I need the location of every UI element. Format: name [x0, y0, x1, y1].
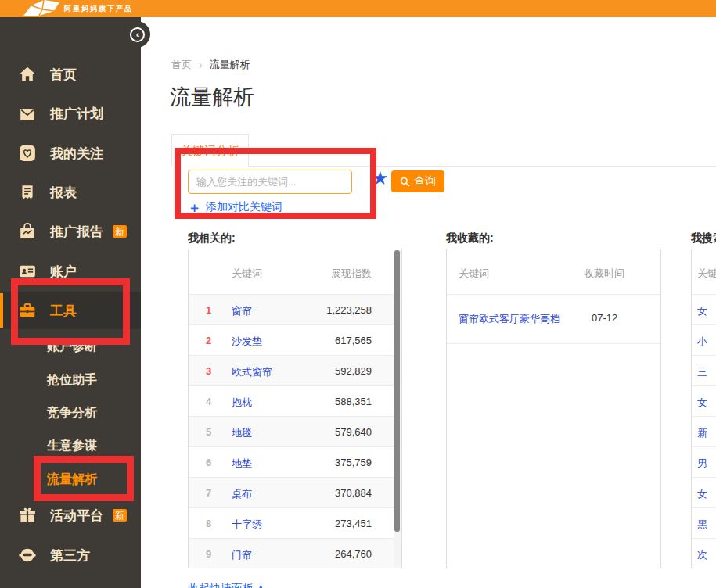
add-compare-keyword-link[interactable]: ＋ 添加对比关键词 [188, 200, 282, 214]
keyword-link[interactable]: 十字绣 [232, 518, 262, 532]
keyword-link[interactable]: 小 [697, 335, 707, 349]
sidebar-subitem-business-advisor[interactable]: 生意参谋 [47, 434, 97, 457]
keyword-link[interactable]: 女 [697, 304, 707, 318]
keyword-link[interactable]: 女 [697, 487, 707, 501]
sidebar-item-label: 账户 [50, 263, 77, 281]
table-row: 6 地垫 375,759 [189, 446, 401, 477]
gift-icon [19, 507, 36, 524]
keyword-link[interactable]: 黑 [697, 518, 707, 532]
scrollbar-thumb[interactable] [394, 250, 400, 532]
keyword-link[interactable]: 女 [697, 396, 707, 410]
table-row: 5 地毯 579,640 [189, 416, 401, 446]
favorite-star-icon[interactable]: ★ [372, 169, 389, 188]
sidebar-item-account[interactable]: 账户 [0, 253, 141, 290]
table-row: 4 抱枕 588,351 [189, 385, 401, 416]
related-keywords-table: 关键词 展现指数 1 窗帘 1,223,258 2 沙发垫 617,565 3 … [188, 249, 402, 568]
sidebar-nav: ‹ 首页 推广计划 我的关注 报表 [0, 17, 141, 588]
keyword-link[interactable]: 新 [697, 426, 707, 440]
table-row: 8 十字绣 273,451 [189, 507, 401, 538]
add-compare-keyword-label: 添加对比关键词 [206, 200, 282, 214]
table-row: 女 [692, 477, 716, 507]
rank-cell: 6 [206, 457, 211, 468]
table-row: 2 沙发垫 617,565 [189, 324, 401, 355]
table-row: 女 [692, 385, 716, 416]
campaign-bag-icon [19, 105, 36, 122]
sidebar-subitem-label: 生意参谋 [47, 438, 97, 454]
sidebar-item-third-party[interactable]: 第三方 [0, 536, 141, 574]
rank-cell: 9 [206, 548, 211, 560]
table-header: 关键词 展现指数 [189, 249, 401, 294]
scrollbar-track[interactable] [394, 250, 401, 567]
keyword-link[interactable]: 窗帘 [232, 304, 252, 318]
related-table-label: 我相关的: [188, 231, 236, 246]
breadcrumb-home-link[interactable]: 首页 [171, 58, 192, 72]
column-header-keyword: 关键词 [232, 267, 262, 281]
brand-topbar: 阿里妈妈旗下产品 [0, 0, 716, 17]
robot-head-icon [19, 547, 36, 564]
sidebar-item-activity-platform[interactable]: 活动平台 新 [0, 497, 141, 534]
rank-cell: 7 [206, 487, 211, 499]
sidebar-item-tools[interactable]: 工具 [0, 292, 141, 329]
sidebar-item-favorites[interactable]: 我的关注 [0, 134, 141, 172]
favorite-time-cell: 07-12 [592, 312, 617, 324]
page-title: 流量解析 [170, 83, 254, 111]
keyword-link[interactable]: 抱枕 [232, 396, 252, 410]
sidebar-subitem-traffic-analysis[interactable]: 流量解析 [47, 468, 97, 491]
table-row: 女 [692, 294, 716, 324]
sidebar-subitem-label: 账户诊断 [47, 339, 97, 355]
heart-icon [19, 145, 36, 162]
query-button[interactable]: 查询 [391, 170, 444, 192]
sidebar-item-reports[interactable]: 报表 [0, 174, 141, 211]
impression-index-cell: 375,759 [335, 457, 372, 468]
table-row: 黑 [692, 507, 716, 538]
briefcase-icon [19, 302, 36, 319]
collapse-sidebar-icon[interactable]: ‹ [130, 27, 145, 42]
impression-index-cell: 588,351 [335, 396, 372, 407]
tab-divider [249, 166, 716, 167]
collapse-quick-panel-label: 收起快捷面板 [188, 582, 254, 588]
impression-index-cell: 370,884 [335, 487, 372, 499]
keyword-link[interactable]: 门帘 [232, 548, 252, 562]
impression-index-cell: 617,565 [335, 335, 372, 346]
sidebar-item-label: 报表 [50, 184, 77, 202]
keyword-link[interactable]: 桌布 [232, 487, 252, 501]
keyword-link[interactable]: 次 [697, 548, 707, 562]
sidebar-item-label: 活动平台 [50, 507, 103, 525]
sidebar-item-label: 推广计划 [50, 105, 103, 123]
sidebar-subitem-account-diagnosis[interactable]: 账户诊断 [47, 335, 97, 358]
sidebar-subitem-label: 抢位助手 [47, 372, 97, 389]
favorite-keywords-table: 关键词 收藏时间 窗帘欧式客厅豪华高档 07-12 [446, 249, 661, 568]
impression-index-cell: 273,451 [335, 518, 372, 529]
tab-keyword-analysis[interactable]: 关键词分析 [171, 134, 249, 167]
breadcrumb: 首页 › 流量解析 [171, 58, 250, 72]
keyword-link[interactable]: 窗帘欧式客厅豪华高档 [459, 312, 560, 326]
sidebar-subitem-competition-analysis[interactable]: 竞争分析 [47, 401, 97, 425]
table-row: 男 [692, 446, 716, 477]
rank-cell: 3 [206, 365, 211, 377]
collapse-quick-panel-link[interactable]: 收起快捷面板 ∧ [188, 582, 264, 588]
keyword-link[interactable]: 地垫 [232, 457, 252, 471]
table-body: 1 窗帘 1,223,258 2 沙发垫 617,565 3 欧式窗帘 592,… [189, 294, 401, 568]
keyword-link[interactable]: 三 [697, 365, 707, 379]
keyword-link[interactable]: 沙发垫 [232, 335, 262, 349]
table-header: 关键词 收藏时间 [447, 249, 660, 294]
new-badge: 新 [113, 225, 127, 238]
sidebar-subitem-rank-helper[interactable]: 抢位助手 [47, 368, 97, 392]
keyword-link[interactable]: 地毯 [232, 426, 252, 440]
sidebar-item-home[interactable]: 首页 [0, 56, 141, 93]
rank-cell: 1 [206, 304, 211, 316]
query-button-label: 查询 [414, 174, 436, 188]
keyword-link[interactable]: 男 [697, 457, 707, 471]
column-header-keyword: 关键词 [697, 267, 716, 281]
table-row: 小 [692, 324, 716, 355]
keyword-link[interactable]: 欧式窗帘 [232, 365, 272, 379]
sidebar-item-promo-report[interactable]: 推广报告 新 [0, 213, 141, 250]
table-row: 三 [692, 355, 716, 385]
keyword-search-input[interactable] [188, 170, 352, 194]
sidebar-item-campaigns[interactable]: 推广计划 [0, 95, 141, 132]
searched-table-label: 我搜索过的: [691, 231, 716, 246]
sidebar-item-label: 首页 [50, 66, 77, 84]
table-row: 7 桌布 370,884 [189, 477, 401, 507]
column-header-impression-index: 展现指数 [331, 267, 372, 281]
column-header-keyword: 关键词 [459, 267, 489, 281]
